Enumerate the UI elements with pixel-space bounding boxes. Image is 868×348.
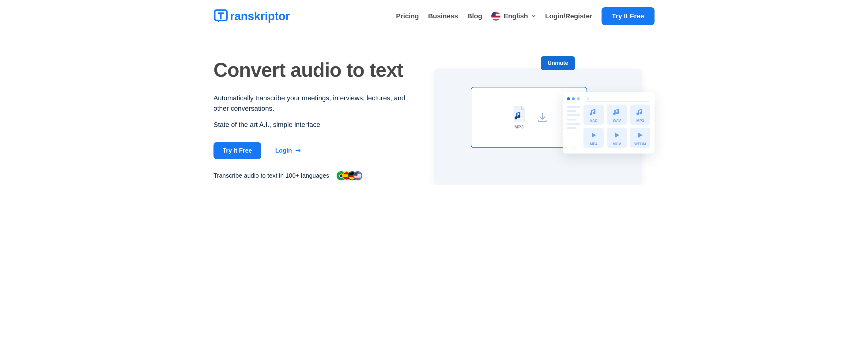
placeholder-line	[567, 123, 580, 125]
flag-us-icon	[491, 12, 500, 21]
logo-mark-icon	[214, 9, 228, 24]
nav-blog[interactable]: Blog	[467, 12, 482, 20]
languages-text: Transcribe audio to text in 100+ languag…	[214, 172, 329, 179]
placeholder-line	[567, 110, 577, 112]
panel-lines	[567, 105, 580, 148]
nav-cta-button[interactable]: Try It Free	[601, 7, 654, 25]
svg-rect-9	[491, 12, 496, 16]
nav-login-register[interactable]: Login/Register	[545, 12, 592, 20]
hero-ctas: Try It Free Login	[214, 142, 422, 159]
placeholder-line	[567, 106, 580, 108]
format-tile[interactable]: AAC	[584, 105, 604, 125]
hero-sub-1: Automatically transcribe your meetings, …	[214, 93, 422, 114]
svg-rect-26	[354, 177, 362, 178]
logo[interactable]: ranskriptor	[214, 9, 290, 24]
format-tile-label: WAV	[613, 119, 621, 123]
format-tile[interactable]: WEBM	[630, 128, 650, 148]
format-tile[interactable]: MP3	[630, 105, 650, 125]
play-icon	[613, 131, 621, 141]
music-note-icon	[613, 108, 621, 117]
file-mp3-label: MP3	[515, 125, 524, 129]
play-icon	[589, 131, 598, 141]
language-label: English	[503, 12, 528, 20]
nav-right: Pricing Business Blog English	[396, 7, 654, 25]
play-icon	[636, 131, 644, 141]
hero-login-link[interactable]: Login	[275, 147, 302, 154]
format-tile[interactable]: MOV	[607, 128, 627, 148]
language-selector[interactable]: English	[491, 12, 536, 21]
svg-rect-27	[354, 179, 362, 179]
format-tile-label: MP4	[590, 142, 597, 146]
file-mp3-icon: MP3	[509, 105, 529, 129]
unmute-button[interactable]: Unmute	[541, 56, 575, 70]
window-dot-icon	[577, 97, 580, 100]
format-tile[interactable]: WAV	[607, 105, 627, 125]
format-tile-label: MP3	[637, 119, 644, 123]
format-tile[interactable]: MP4	[584, 128, 604, 148]
hero-illustration: Unmute MP3	[434, 53, 654, 185]
svg-point-30	[518, 115, 520, 117]
placeholder-line	[567, 127, 577, 129]
panel-top	[567, 96, 650, 102]
svg-rect-28	[354, 172, 358, 176]
hero-title: Convert audio to text	[214, 59, 422, 81]
hero-left: Convert audio to text Automatically tran…	[214, 53, 422, 180]
nav-business[interactable]: Business	[428, 12, 458, 20]
placeholder-line	[567, 119, 577, 120]
formats-panel: AACWAVMP3MP4MOVWEBM	[563, 92, 654, 153]
window-dot-icon	[572, 97, 575, 100]
languages-row: Transcribe audio to text in 100+ languag…	[214, 171, 422, 180]
hero-login-label: Login	[275, 147, 292, 154]
placeholder-line	[567, 114, 580, 116]
svg-rect-7	[491, 19, 500, 19]
flag-us-icon	[353, 171, 362, 180]
panel-body: AACWAVMP3MP4MOVWEBM	[567, 105, 650, 148]
chevron-down-icon	[531, 14, 536, 19]
arrow-right-icon	[295, 147, 302, 154]
format-tile-label: MOV	[613, 142, 621, 146]
format-tile-label: WEBM	[634, 142, 646, 146]
top-nav: ranskriptor Pricing Business Blog	[214, 0, 654, 35]
illustration-card: MP3	[434, 69, 642, 185]
panel-search	[585, 96, 650, 102]
hero-cta-button[interactable]: Try It Free	[214, 142, 261, 159]
svg-point-29	[515, 116, 517, 119]
music-note-icon	[636, 108, 644, 117]
svg-rect-25	[354, 176, 362, 177]
format-tile-label: AAC	[590, 119, 597, 123]
hero: Convert audio to text Automatically tran…	[214, 35, 654, 185]
flag-stack	[337, 171, 362, 180]
search-icon	[587, 97, 590, 100]
logo-text: ranskriptor	[230, 10, 290, 23]
window-dot-icon	[567, 97, 570, 100]
svg-rect-8	[491, 20, 500, 20]
nav-pricing[interactable]: Pricing	[396, 12, 419, 20]
download-icon	[536, 111, 549, 124]
hero-sub-2: State of the art A.I., simple interface	[214, 119, 422, 130]
format-tile-grid: AACWAVMP3MP4MOVWEBM	[584, 105, 650, 148]
music-note-icon	[589, 108, 598, 117]
svg-rect-6	[491, 17, 500, 18]
svg-point-31	[587, 98, 589, 99]
